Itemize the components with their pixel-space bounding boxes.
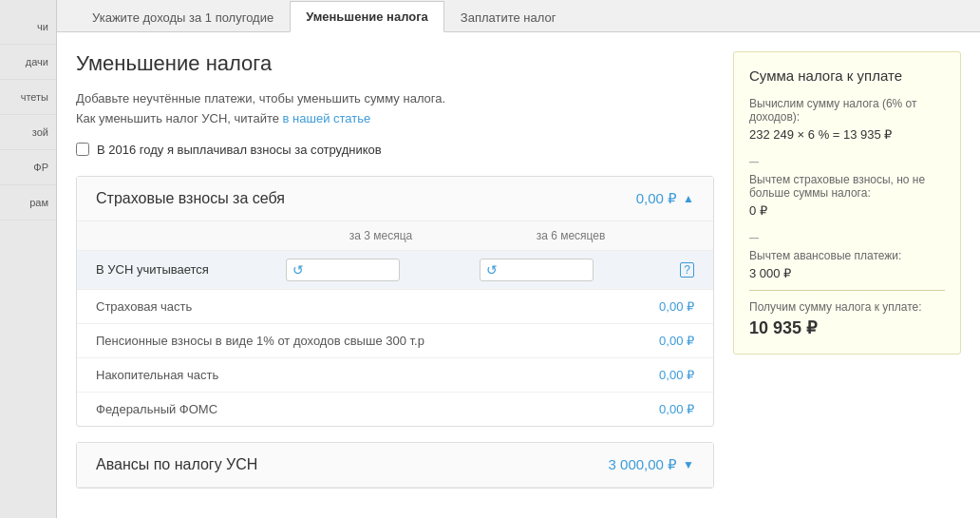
tabs-bar: Укажите доходы за 1 полугодие Уменьшение… xyxy=(57,0,980,32)
sidebar-item-6[interactable]: рам xyxy=(0,185,56,221)
input-6m-field[interactable]: 0 xyxy=(501,262,577,277)
summary-result-value: 10 935 ₽ xyxy=(749,317,945,338)
input-6m-container: ↺ 0 xyxy=(480,259,673,281)
insurance-card-amount: 0,00 ₽ ▲ xyxy=(636,190,694,207)
input-3m-container: ↺ 0 xyxy=(286,259,480,281)
advances-card-header: Авансы по налогу УСН 3 000,00 ₽ ▼ xyxy=(77,443,713,488)
refresh-3m-icon[interactable]: ↺ xyxy=(292,262,304,278)
advances-card: Авансы по налогу УСН 3 000,00 ₽ ▼ xyxy=(76,442,714,489)
advances-card-title: Авансы по налогу УСН xyxy=(96,456,257,473)
summary-divider xyxy=(749,290,945,291)
insurance-item-0-label: Страховая часть xyxy=(96,299,192,314)
col-label-empty xyxy=(96,229,286,242)
summary-insurance-label: Вычтем страховые взносы, но не больше су… xyxy=(749,173,945,200)
insurance-item-3-amount: 0,00 ₽ xyxy=(659,402,694,416)
summary-advances-label: Вычтем авансовые платежи: xyxy=(749,249,945,262)
summary-card: Сумма налога к уплате Вычислим сумму нал… xyxy=(733,51,961,355)
sidebar: чи дачи чтеты зой ФР рам xyxy=(0,0,57,518)
summary-insurance-value: 0 ₽ xyxy=(749,203,945,218)
insurance-item-3: Федеральный ФОМС 0,00 ₽ xyxy=(77,393,713,426)
page-title: Уменьшение налога xyxy=(76,51,714,76)
insurance-card: Страховые взносы за себя 0,00 ₽ ▲ за 3 м… xyxy=(76,176,714,427)
sidebar-item-3[interactable]: чтеты xyxy=(0,80,56,115)
advances-card-amount: 3 000,00 ₽ ▼ xyxy=(609,456,694,473)
desc-line2: Как уменьшить налог УСН, читайте xyxy=(76,111,279,125)
sidebar-item-1[interactable]: чи xyxy=(0,10,56,45)
col-3m-header: за 3 месяца xyxy=(286,229,476,242)
insurance-card-title: Страховые взносы за себя xyxy=(96,190,285,207)
input-3m-field[interactable]: 0 xyxy=(308,262,384,277)
sidebar-item-2[interactable]: дачи xyxy=(0,45,56,80)
minus-icon-2: – xyxy=(749,227,945,247)
insurance-item-2: Накопительная часть 0,00 ₽ xyxy=(77,358,713,393)
left-panel: Уменьшение налога Добавьте неучтённые пл… xyxy=(76,51,714,504)
insurance-input-row: В УСН учитывается ↺ 0 ↺ 0 ? xyxy=(77,251,713,290)
input-6m-wrapper: ↺ 0 xyxy=(480,259,594,281)
summary-title: Сумма налога к уплате xyxy=(749,67,945,84)
insurance-item-0: Страховая часть 0,00 ₽ xyxy=(77,290,713,324)
summary-advances-value: 3 000 ₽ xyxy=(749,266,945,280)
right-panel: Сумма налога к уплате Вычислим сумму нал… xyxy=(733,51,961,504)
tab-pay-tax[interactable]: Заплатите налог xyxy=(444,2,573,32)
tab-tax-reduction[interactable]: Уменьшение налога xyxy=(290,1,444,32)
employees-checkbox-label: В 2016 году я выплачивал взносы за сотру… xyxy=(97,143,382,157)
insurance-item-0-amount: 0,00 ₽ xyxy=(659,299,694,314)
insurance-item-3-label: Федеральный ФОМС xyxy=(96,402,217,416)
col-6m-header: за 6 месяцев xyxy=(476,229,666,242)
insurance-item-1: Пенсионные взносы в виде 1% от доходов с… xyxy=(77,324,713,358)
summary-calc-value: 232 249 × 6 % = 13 935 ₽ xyxy=(749,127,945,142)
content-area: Уменьшение налога Добавьте неучтённые пл… xyxy=(57,32,980,518)
tab-income[interactable]: Укажите доходы за 1 полугодие xyxy=(76,2,290,32)
main-content: Укажите доходы за 1 полугодие Уменьшение… xyxy=(57,0,980,518)
insurance-item-1-label: Пенсионные взносы в виде 1% от доходов с… xyxy=(96,334,424,348)
summary-result-label: Получим сумму налога к уплате: xyxy=(749,300,945,314)
sidebar-item-5[interactable]: ФР xyxy=(0,150,56,185)
usn-row-label: В УСН учитывается xyxy=(96,262,286,277)
employees-checkbox-row: В 2016 году я выплачивал взносы за сотру… xyxy=(76,143,714,157)
minus-icon-1: – xyxy=(749,151,945,171)
advances-toggle-icon[interactable]: ▼ xyxy=(683,458,694,471)
insurance-card-header: Страховые взносы за себя 0,00 ₽ ▲ xyxy=(77,177,713,221)
insurance-item-2-label: Накопительная часть xyxy=(96,368,218,382)
summary-calc-label: Вычислим сумму налога (6% от доходов): xyxy=(749,97,945,124)
insurance-table-header: за 3 месяца за 6 месяцев xyxy=(77,221,713,251)
desc-line1: Добавьте неучтённые платежи, чтобы умень… xyxy=(76,91,445,106)
input-3m-wrapper: ↺ 0 xyxy=(286,259,400,281)
description: Добавьте неучтённые платежи, чтобы умень… xyxy=(76,89,714,129)
help-icon[interactable]: ? xyxy=(680,262,694,278)
sidebar-item-4[interactable]: зой xyxy=(0,115,56,150)
employees-checkbox[interactable] xyxy=(76,143,89,156)
insurance-item-2-amount: 0,00 ₽ xyxy=(659,368,694,382)
refresh-6m-icon[interactable]: ↺ xyxy=(486,262,498,278)
article-link[interactable]: в нашей статье xyxy=(283,111,371,125)
insurance-item-1-amount: 0,00 ₽ xyxy=(659,334,694,348)
insurance-toggle-icon[interactable]: ▲ xyxy=(683,192,694,205)
